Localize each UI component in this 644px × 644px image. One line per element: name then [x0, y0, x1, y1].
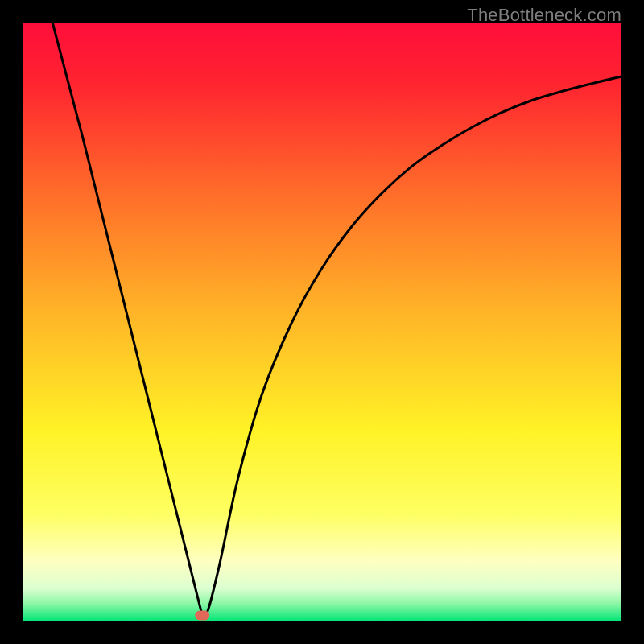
chart-svg: [23, 23, 621, 621]
plot-area: [23, 23, 621, 621]
chart-container: TheBottleneck.com: [0, 0, 644, 644]
chart-background: [23, 23, 621, 621]
marker-point: [195, 611, 209, 621]
